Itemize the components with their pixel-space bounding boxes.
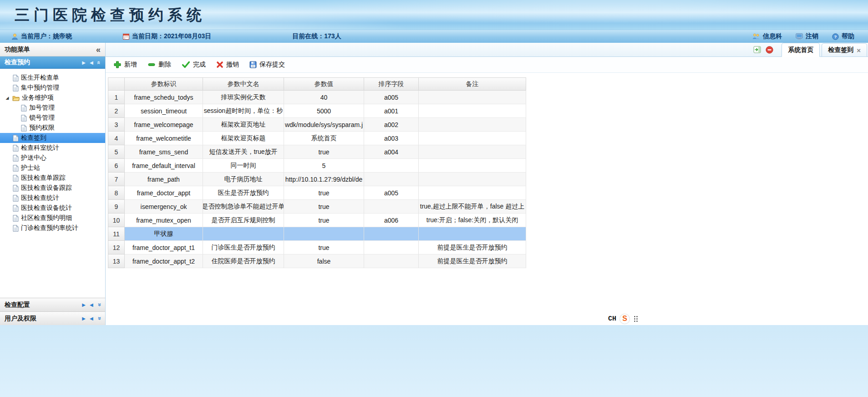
param-id-cell: frame_welcomepage	[125, 118, 203, 132]
doc-icon	[13, 155, 19, 162]
sort-field-cell	[364, 159, 419, 173]
toolbar-button[interactable]: 保存提交	[245, 59, 289, 71]
panel-exam-appointment[interactable]: 检查预约 ▶ ◀ «	[0, 56, 105, 69]
param-value-cell: 系统首页	[284, 132, 364, 145]
param-value-cell: true	[284, 241, 364, 254]
tree-item-label: 检查签到	[21, 134, 46, 142]
tree-item[interactable]: 医技检查设备跟踪	[0, 183, 105, 193]
table-row[interactable]: 2 session_timeout session超时时间，单位：秒 5000 …	[108, 104, 526, 118]
close-red-icon[interactable]	[766, 46, 773, 54]
column-header[interactable]: 参数值	[284, 77, 364, 91]
param-id-cell: frame_default_interval	[125, 159, 203, 173]
tree-item-label: 医技检查单跟踪	[21, 174, 66, 182]
table-row[interactable]: 8 frame_doctor_appt 医生是否开放预约 true a005	[108, 186, 526, 200]
toolbar-button[interactable]: 完成	[177, 59, 210, 71]
tree-item[interactable]: 集中预约管理	[0, 83, 105, 93]
table-row[interactable]: 6 frame_default_interval 同一时间 5	[108, 159, 526, 173]
tray-menu-icon[interactable]	[633, 315, 639, 322]
table-row[interactable]: 1 frame_schedu_todys 排班实例化天数 40 a005	[108, 91, 526, 104]
monitor-icon	[796, 33, 803, 40]
param-id-cell: frame_doctor_appt	[125, 186, 203, 200]
table-row[interactable]: 12 frame_doctor_appt_t1 门诊医生是否开放预约 true …	[108, 241, 526, 254]
table-row[interactable]: 10 frame_mutex_open 是否开启互斥规则控制 true a006…	[108, 214, 526, 227]
tree-item[interactable]: 社区检查预约明细	[0, 213, 105, 223]
folder-icon	[12, 95, 20, 101]
arrow-left-icon[interactable]: ◀	[90, 316, 93, 321]
sogou-ime-icon[interactable]: S	[620, 314, 629, 324]
online-count: 目前在线：173人	[292, 32, 341, 41]
tree-expander-icon[interactable]: ◢	[5, 96, 10, 100]
toolbar-button-label: 保存提交	[259, 61, 285, 69]
language-bar: CH S	[608, 312, 639, 325]
add-icon	[113, 61, 122, 69]
tree-item[interactable]: 加号管理	[0, 103, 105, 113]
panel-green-icon[interactable]	[753, 46, 761, 53]
tree-item[interactable]: 门诊检查预约率统计	[0, 223, 105, 233]
note-cell: 前提是医生是否开放预约	[419, 254, 526, 268]
tree-item-label: 检查科室统计	[21, 144, 59, 152]
column-header[interactable]: 排序字段	[364, 77, 419, 91]
row-number-cell: 8	[108, 186, 125, 200]
table-row[interactable]: 13 frame_doctor_appt_t2 住院医师是否开放预约 false…	[108, 254, 526, 268]
tab[interactable]: 系统首页	[782, 43, 820, 57]
arrow-left-icon[interactable]: ◀	[90, 302, 93, 307]
column-header[interactable]: 参数中文名	[203, 77, 284, 91]
app-banner: 三门医院检查预约系统	[0, 0, 868, 30]
column-header[interactable]: 参数标识	[125, 77, 203, 91]
tree-item-label: 集中预约管理	[21, 84, 59, 92]
collapse-up-icon[interactable]: «	[96, 61, 102, 64]
toolbar-button-label: 新增	[124, 61, 137, 69]
row-number-cell: 11	[108, 227, 125, 241]
toolbar-button-label: 完成	[193, 61, 206, 69]
arrow-right-icon[interactable]: ▶	[82, 316, 86, 321]
column-header[interactable]: 备注	[419, 77, 526, 91]
tree-item[interactable]: 医技检查设备统计	[0, 203, 105, 213]
arrow-right-icon[interactable]: ▶	[82, 302, 86, 307]
row-number-cell: 4	[108, 132, 125, 145]
sidebar-panel[interactable]: 用户及权限 ▶ ◀ «	[0, 311, 105, 325]
sidebar-title: 功能菜单	[5, 46, 30, 54]
table-row[interactable]: 9 isemergency_ok 是否控制急诊单不能超过开单 true true…	[108, 200, 526, 214]
arrow-right-icon[interactable]: ▶	[82, 60, 86, 65]
statusbar-links: 信息科 注销 ? 帮助	[752, 32, 854, 41]
sidebar-panel[interactable]: 检查配置 ▶ ◀ «	[0, 298, 105, 311]
table-row[interactable]: 5 frame_sms_send 短信发送开关，true放开 true a004	[108, 145, 526, 159]
table-row[interactable]: 4 frame_welcometitle 框架欢迎页标题 系统首页 a003	[108, 132, 526, 145]
tree-item[interactable]: 护士站	[0, 163, 105, 173]
toolbar-button[interactable]: 新增	[109, 59, 142, 71]
statusbar-link-label: 帮助	[842, 32, 854, 41]
sidebar-collapse-icon[interactable]: «	[96, 46, 101, 54]
tree-item[interactable]: 检查签到	[0, 133, 105, 143]
row-number-cell: 12	[108, 241, 125, 254]
tabbar-tools	[753, 46, 773, 54]
tree-item[interactable]: 护送中心	[0, 153, 105, 163]
tree-item[interactable]: ◢ 业务维护项	[0, 93, 105, 103]
toolbar-button[interactable]: 删除	[143, 59, 176, 71]
statusbar-link[interactable]: 注销	[796, 32, 818, 41]
tree-item[interactable]: 检查科室统计	[0, 143, 105, 153]
tree-item-label: 锁号管理	[29, 114, 55, 122]
toolbar-button[interactable]: 撤销	[212, 59, 244, 71]
tab[interactable]: 检查签到 ×	[822, 43, 867, 56]
toolbar-button-label: 撤销	[226, 61, 239, 69]
statusbar-link[interactable]: ? 帮助	[832, 32, 854, 41]
expand-down-icon[interactable]: «	[96, 317, 102, 320]
table-row[interactable]: 7 frame_path 电子病历地址 http://10.10.1.27:99…	[108, 173, 526, 186]
doc-icon	[13, 135, 19, 142]
status-bar: 当前用户：姚帝晓 当前日期：2021年08月03日 目前在线：173人 信息科 …	[0, 30, 868, 43]
tree-item[interactable]: 医技检查单跟踪	[0, 173, 105, 183]
tree-item[interactable]: 锁号管理	[0, 113, 105, 123]
arrow-left-icon[interactable]: ◀	[90, 60, 93, 65]
statusbar-link-label: 注销	[806, 32, 818, 41]
table-row[interactable]: 11 甲状腺	[108, 227, 526, 241]
tree-item[interactable]: 医技检查统计	[0, 193, 105, 203]
tab-close-icon[interactable]: ×	[857, 47, 861, 54]
param-name-cell: 住院医师是否开放预约	[203, 254, 284, 268]
tree-item[interactable]: 预约权限	[0, 123, 105, 133]
language-indicator[interactable]: CH	[608, 315, 616, 323]
doc-icon	[13, 205, 19, 212]
tree-item[interactable]: 医生开检查单	[0, 73, 105, 83]
statusbar-link[interactable]: 信息科	[752, 32, 782, 41]
expand-down-icon[interactable]: «	[96, 303, 102, 306]
table-row[interactable]: 3 frame_welcomepage 框架欢迎页地址 wdk/module/s…	[108, 118, 526, 132]
